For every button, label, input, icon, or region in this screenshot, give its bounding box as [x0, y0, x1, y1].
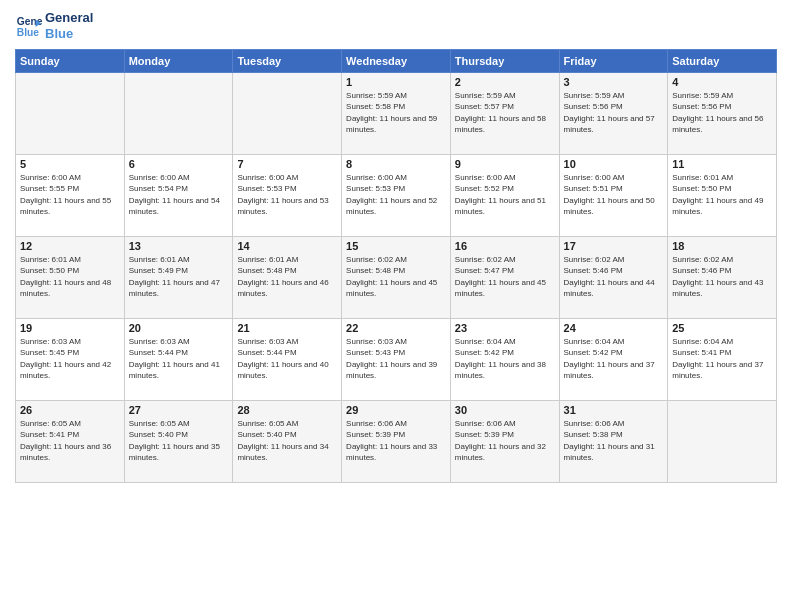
- day-info: Sunrise: 6:05 AM Sunset: 5:40 PM Dayligh…: [237, 418, 337, 463]
- calendar-cell: 10Sunrise: 6:00 AM Sunset: 5:51 PM Dayli…: [559, 155, 668, 237]
- weekday-header: Saturday: [668, 50, 777, 73]
- day-number: 27: [129, 404, 229, 416]
- calendar-cell: 21Sunrise: 6:03 AM Sunset: 5:44 PM Dayli…: [233, 319, 342, 401]
- day-info: Sunrise: 6:01 AM Sunset: 5:50 PM Dayligh…: [672, 172, 772, 217]
- calendar-cell: 7Sunrise: 6:00 AM Sunset: 5:53 PM Daylig…: [233, 155, 342, 237]
- day-info: Sunrise: 6:01 AM Sunset: 5:49 PM Dayligh…: [129, 254, 229, 299]
- day-number: 15: [346, 240, 446, 252]
- calendar-cell: 8Sunrise: 6:00 AM Sunset: 5:53 PM Daylig…: [342, 155, 451, 237]
- day-info: Sunrise: 6:00 AM Sunset: 5:55 PM Dayligh…: [20, 172, 120, 217]
- calendar-cell: 14Sunrise: 6:01 AM Sunset: 5:48 PM Dayli…: [233, 237, 342, 319]
- day-number: 31: [564, 404, 664, 416]
- calendar-cell: 26Sunrise: 6:05 AM Sunset: 5:41 PM Dayli…: [16, 401, 125, 483]
- calendar-cell: 19Sunrise: 6:03 AM Sunset: 5:45 PM Dayli…: [16, 319, 125, 401]
- day-info: Sunrise: 6:01 AM Sunset: 5:50 PM Dayligh…: [20, 254, 120, 299]
- day-number: 4: [672, 76, 772, 88]
- day-info: Sunrise: 6:05 AM Sunset: 5:41 PM Dayligh…: [20, 418, 120, 463]
- day-info: Sunrise: 5:59 AM Sunset: 5:58 PM Dayligh…: [346, 90, 446, 135]
- day-info: Sunrise: 6:00 AM Sunset: 5:54 PM Dayligh…: [129, 172, 229, 217]
- calendar-cell: 5Sunrise: 6:00 AM Sunset: 5:55 PM Daylig…: [16, 155, 125, 237]
- calendar-cell: 23Sunrise: 6:04 AM Sunset: 5:42 PM Dayli…: [450, 319, 559, 401]
- calendar-cell: 29Sunrise: 6:06 AM Sunset: 5:39 PM Dayli…: [342, 401, 451, 483]
- calendar-cell: 17Sunrise: 6:02 AM Sunset: 5:46 PM Dayli…: [559, 237, 668, 319]
- day-number: 20: [129, 322, 229, 334]
- day-info: Sunrise: 6:02 AM Sunset: 5:46 PM Dayligh…: [672, 254, 772, 299]
- page-header: General Blue GeneralBlue: [15, 10, 777, 41]
- day-info: Sunrise: 6:06 AM Sunset: 5:39 PM Dayligh…: [346, 418, 446, 463]
- calendar-cell: 1Sunrise: 5:59 AM Sunset: 5:58 PM Daylig…: [342, 73, 451, 155]
- day-number: 5: [20, 158, 120, 170]
- calendar-cell: 4Sunrise: 5:59 AM Sunset: 5:56 PM Daylig…: [668, 73, 777, 155]
- page-container: General Blue GeneralBlue SundayMondayTue…: [0, 0, 792, 493]
- day-number: 28: [237, 404, 337, 416]
- calendar-cell: 15Sunrise: 6:02 AM Sunset: 5:48 PM Dayli…: [342, 237, 451, 319]
- day-info: Sunrise: 6:04 AM Sunset: 5:42 PM Dayligh…: [455, 336, 555, 381]
- day-info: Sunrise: 5:59 AM Sunset: 5:56 PM Dayligh…: [672, 90, 772, 135]
- svg-text:General: General: [17, 16, 43, 27]
- day-number: 30: [455, 404, 555, 416]
- day-number: 9: [455, 158, 555, 170]
- day-number: 10: [564, 158, 664, 170]
- weekday-header: Wednesday: [342, 50, 451, 73]
- day-number: 8: [346, 158, 446, 170]
- calendar-cell: 22Sunrise: 6:03 AM Sunset: 5:43 PM Dayli…: [342, 319, 451, 401]
- calendar-table: SundayMondayTuesdayWednesdayThursdayFrid…: [15, 49, 777, 483]
- calendar-cell: 16Sunrise: 6:02 AM Sunset: 5:47 PM Dayli…: [450, 237, 559, 319]
- day-number: 22: [346, 322, 446, 334]
- day-number: 16: [455, 240, 555, 252]
- calendar-cell: 3Sunrise: 5:59 AM Sunset: 5:56 PM Daylig…: [559, 73, 668, 155]
- calendar-cell: 13Sunrise: 6:01 AM Sunset: 5:49 PM Dayli…: [124, 237, 233, 319]
- weekday-header: Sunday: [16, 50, 125, 73]
- day-info: Sunrise: 6:00 AM Sunset: 5:51 PM Dayligh…: [564, 172, 664, 217]
- calendar-cell: 11Sunrise: 6:01 AM Sunset: 5:50 PM Dayli…: [668, 155, 777, 237]
- day-info: Sunrise: 6:05 AM Sunset: 5:40 PM Dayligh…: [129, 418, 229, 463]
- day-number: 3: [564, 76, 664, 88]
- weekday-header: Friday: [559, 50, 668, 73]
- day-info: Sunrise: 6:04 AM Sunset: 5:41 PM Dayligh…: [672, 336, 772, 381]
- calendar-cell: 28Sunrise: 6:05 AM Sunset: 5:40 PM Dayli…: [233, 401, 342, 483]
- weekday-header: Monday: [124, 50, 233, 73]
- calendar-cell: 27Sunrise: 6:05 AM Sunset: 5:40 PM Dayli…: [124, 401, 233, 483]
- calendar-cell: [233, 73, 342, 155]
- logo-icon: General Blue: [15, 12, 43, 40]
- day-info: Sunrise: 6:02 AM Sunset: 5:46 PM Dayligh…: [564, 254, 664, 299]
- calendar-cell: 31Sunrise: 6:06 AM Sunset: 5:38 PM Dayli…: [559, 401, 668, 483]
- calendar-week-row: 1Sunrise: 5:59 AM Sunset: 5:58 PM Daylig…: [16, 73, 777, 155]
- calendar-cell: 2Sunrise: 5:59 AM Sunset: 5:57 PM Daylig…: [450, 73, 559, 155]
- calendar-cell: [668, 401, 777, 483]
- day-number: 13: [129, 240, 229, 252]
- day-info: Sunrise: 6:02 AM Sunset: 5:47 PM Dayligh…: [455, 254, 555, 299]
- day-number: 2: [455, 76, 555, 88]
- calendar-cell: [124, 73, 233, 155]
- calendar-cell: 9Sunrise: 6:00 AM Sunset: 5:52 PM Daylig…: [450, 155, 559, 237]
- calendar-cell: 20Sunrise: 6:03 AM Sunset: 5:44 PM Dayli…: [124, 319, 233, 401]
- logo-text: GeneralBlue: [45, 10, 93, 41]
- day-number: 14: [237, 240, 337, 252]
- day-number: 26: [20, 404, 120, 416]
- day-info: Sunrise: 6:00 AM Sunset: 5:53 PM Dayligh…: [237, 172, 337, 217]
- calendar-cell: [16, 73, 125, 155]
- day-number: 19: [20, 322, 120, 334]
- svg-text:Blue: Blue: [17, 27, 40, 38]
- day-info: Sunrise: 6:06 AM Sunset: 5:38 PM Dayligh…: [564, 418, 664, 463]
- day-number: 23: [455, 322, 555, 334]
- calendar-cell: 18Sunrise: 6:02 AM Sunset: 5:46 PM Dayli…: [668, 237, 777, 319]
- day-info: Sunrise: 6:03 AM Sunset: 5:43 PM Dayligh…: [346, 336, 446, 381]
- day-info: Sunrise: 5:59 AM Sunset: 5:56 PM Dayligh…: [564, 90, 664, 135]
- day-number: 12: [20, 240, 120, 252]
- calendar-cell: 25Sunrise: 6:04 AM Sunset: 5:41 PM Dayli…: [668, 319, 777, 401]
- weekday-header: Thursday: [450, 50, 559, 73]
- day-number: 7: [237, 158, 337, 170]
- calendar-body: 1Sunrise: 5:59 AM Sunset: 5:58 PM Daylig…: [16, 73, 777, 483]
- day-number: 24: [564, 322, 664, 334]
- day-info: Sunrise: 6:01 AM Sunset: 5:48 PM Dayligh…: [237, 254, 337, 299]
- calendar-cell: 24Sunrise: 6:04 AM Sunset: 5:42 PM Dayli…: [559, 319, 668, 401]
- day-number: 1: [346, 76, 446, 88]
- calendar-week-row: 26Sunrise: 6:05 AM Sunset: 5:41 PM Dayli…: [16, 401, 777, 483]
- day-info: Sunrise: 6:03 AM Sunset: 5:45 PM Dayligh…: [20, 336, 120, 381]
- calendar-header: SundayMondayTuesdayWednesdayThursdayFrid…: [16, 50, 777, 73]
- day-info: Sunrise: 6:00 AM Sunset: 5:52 PM Dayligh…: [455, 172, 555, 217]
- logo: General Blue GeneralBlue: [15, 10, 93, 41]
- day-info: Sunrise: 6:06 AM Sunset: 5:39 PM Dayligh…: [455, 418, 555, 463]
- calendar-week-row: 5Sunrise: 6:00 AM Sunset: 5:55 PM Daylig…: [16, 155, 777, 237]
